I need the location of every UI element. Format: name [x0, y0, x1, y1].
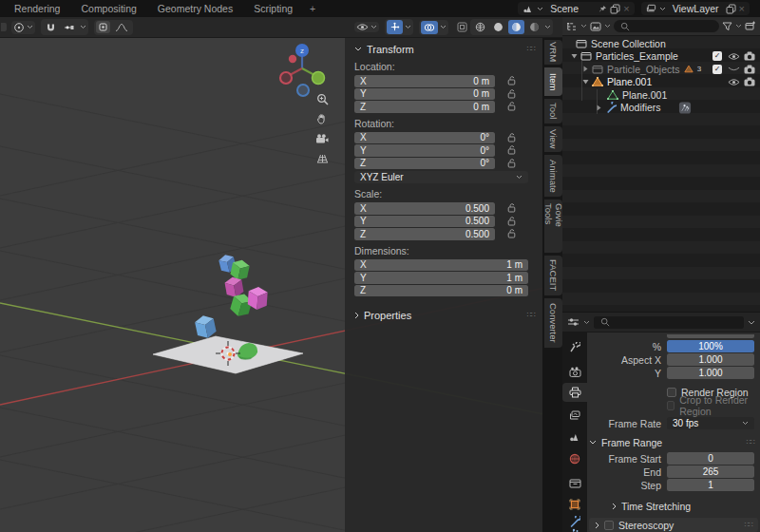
expand-arrow-icon[interactable] [581, 79, 589, 85]
particles-icon[interactable] [678, 101, 692, 115]
rotation-x-field[interactable]: X0° [354, 132, 495, 144]
editor-type-icon[interactable] [0, 20, 11, 34]
tab-world-icon[interactable] [562, 449, 587, 468]
editor-type-icon[interactable] [567, 317, 580, 327]
tab-render-icon[interactable] [562, 362, 587, 381]
tab-object-icon[interactable] [562, 495, 587, 514]
navigation-gizmo[interactable]: z [274, 40, 332, 101]
close-icon[interactable]: × [623, 3, 629, 14]
tab-particles-icon[interactable] [562, 525, 587, 532]
view-layer-selector[interactable]: ViewLayer × [641, 2, 750, 15]
visibility-dropdown[interactable] [354, 22, 379, 32]
lock-icon[interactable] [495, 217, 528, 226]
scale-y-field[interactable]: Y0.500 [354, 216, 495, 228]
sidebar-tab-govie-tools[interactable]: Govie Tools [544, 200, 562, 253]
properties-search-input[interactable] [594, 316, 744, 329]
drag-dots-icon[interactable]: ∷∷ [745, 521, 752, 529]
sidebar-tab-view[interactable]: View [544, 126, 562, 152]
scale-z-field[interactable]: Z0.500 [354, 228, 495, 240]
sidebar-tab-vrm[interactable]: VRM [544, 40, 562, 65]
eye-closed-icon[interactable] [727, 65, 740, 73]
shading-solid-icon[interactable] [490, 20, 506, 34]
resolution-percent-slider[interactable]: 100% [667, 340, 754, 352]
camera-icon[interactable] [743, 65, 756, 74]
outliner-row-modifiers[interactable]: Modifiers [562, 102, 760, 115]
sidebar-tab-faceit[interactable]: FACEIT [544, 256, 562, 295]
rotation-mode-dropdown[interactable]: XYZ Euler [354, 171, 528, 183]
eye-open-icon[interactable] [727, 78, 740, 86]
dimensions-x-field[interactable]: X1 m [354, 259, 528, 272]
render-region-checkbox[interactable] [667, 388, 676, 397]
tab-collection-icon[interactable] [562, 473, 587, 492]
tab-tool-icon[interactable] [562, 338, 587, 357]
workspace-tab-scripting[interactable]: Scripting [243, 2, 303, 15]
pin-icon[interactable] [598, 5, 607, 13]
frame-rate-dropdown[interactable]: 30 fps [667, 417, 754, 429]
workspace-tab-compositing[interactable]: Compositing [70, 2, 146, 15]
scene-name[interactable]: Scene [546, 3, 596, 14]
outliner-item-label[interactable]: Scene Collection [591, 38, 666, 49]
toggle-xray-icon[interactable] [454, 20, 470, 34]
workspace-tab-geometry-nodes[interactable]: Geometry Nodes [147, 2, 243, 15]
outliner-search-input[interactable] [614, 20, 719, 32]
scale-x-field[interactable]: X0.500 [354, 202, 495, 215]
resolution-y-field-partial[interactable] [667, 334, 754, 338]
pivot-point-dropdown[interactable] [11, 21, 35, 34]
outliner-row-scene-collection[interactable]: Scene Collection [562, 37, 760, 50]
location-y-field[interactable]: Y0 m [354, 88, 495, 101]
lock-icon[interactable] [495, 145, 528, 155]
tab-view-layer-icon[interactable] [562, 406, 587, 425]
lock-icon[interactable] [495, 102, 528, 111]
checkbox-icon[interactable]: ✓ [711, 51, 724, 61]
shading-wireframe-icon[interactable] [472, 20, 488, 34]
eye-open-icon[interactable] [727, 52, 740, 61]
outliner-row-particle-objects[interactable]: Particle_Objects 3 ✓ [562, 63, 760, 76]
frame-start-field[interactable]: 0 [667, 452, 754, 465]
frame-range-header[interactable]: Frame Range ∷∷ [589, 435, 760, 449]
location-z-field[interactable]: Z0 m [354, 101, 495, 113]
transform-panel-header[interactable]: Transform ∷∷ [354, 42, 542, 56]
outliner-row-plane-001[interactable]: Plane.001 [562, 76, 760, 89]
filter-display-icon[interactable] [590, 22, 601, 31]
lock-icon[interactable] [495, 159, 528, 168]
sidebar-tab-converter[interactable]: Converter [544, 298, 562, 348]
dimensions-z-field[interactable]: Z0 m [354, 285, 528, 297]
overlays-icon[interactable] [421, 21, 438, 34]
proportional-editing-icon[interactable] [96, 21, 110, 33]
shading-rendered-icon[interactable] [526, 20, 542, 34]
new-scene-icon[interactable] [610, 4, 620, 14]
drag-dots-icon[interactable]: ∷∷ [527, 311, 535, 319]
stereoscopy-checkbox[interactable] [604, 521, 614, 530]
pan-hand-icon[interactable] [313, 113, 332, 124]
drag-dots-icon[interactable]: ∷∷ [747, 438, 754, 446]
drag-dots-icon[interactable]: ∷∷ [527, 45, 535, 53]
filter-funnel-icon[interactable] [722, 22, 732, 31]
stereoscopy-header[interactable]: Stereoscopy ∷∷ [589, 518, 758, 532]
lock-icon[interactable] [495, 133, 528, 142]
snap-magnet-icon[interactable] [43, 20, 59, 34]
camera-view-icon[interactable] [313, 133, 332, 144]
time-stretching-header[interactable]: Time Stretching [612, 499, 760, 513]
outliner-row-particles-example[interactable]: Particles_Example ✓ [562, 50, 760, 64]
frame-step-field[interactable]: 1 [667, 479, 754, 491]
crop-render-region-checkbox[interactable] [667, 401, 674, 410]
sidebar-tab-animate[interactable]: Animate [544, 155, 562, 197]
zoom-icon[interactable] [313, 93, 332, 104]
new-collection-icon[interactable] [745, 21, 756, 31]
lock-icon[interactable] [495, 229, 528, 238]
chevron-down-icon[interactable] [748, 320, 755, 325]
sidebar-tab-item[interactable]: Item [544, 67, 562, 96]
tab-scene-icon[interactable] [562, 428, 587, 446]
lock-icon[interactable] [495, 76, 528, 86]
expand-arrow-icon[interactable] [570, 53, 578, 59]
sidebar-tab-tool[interactable]: Tool [544, 99, 562, 124]
new-layer-icon[interactable] [726, 4, 736, 14]
lock-icon[interactable] [495, 203, 528, 213]
display-mode-icon[interactable] [566, 22, 578, 31]
location-x-field[interactable]: X0 m [354, 75, 495, 87]
outliner-item-label[interactable]: Plane.001 [622, 89, 667, 101]
outliner-item-label[interactable]: Particle_Objects [607, 64, 679, 75]
checkbox-icon[interactable]: ✓ [711, 65, 724, 74]
shading-material-preview-icon[interactable] [508, 20, 524, 34]
aspect-x-field[interactable]: 1.000 [667, 353, 754, 366]
